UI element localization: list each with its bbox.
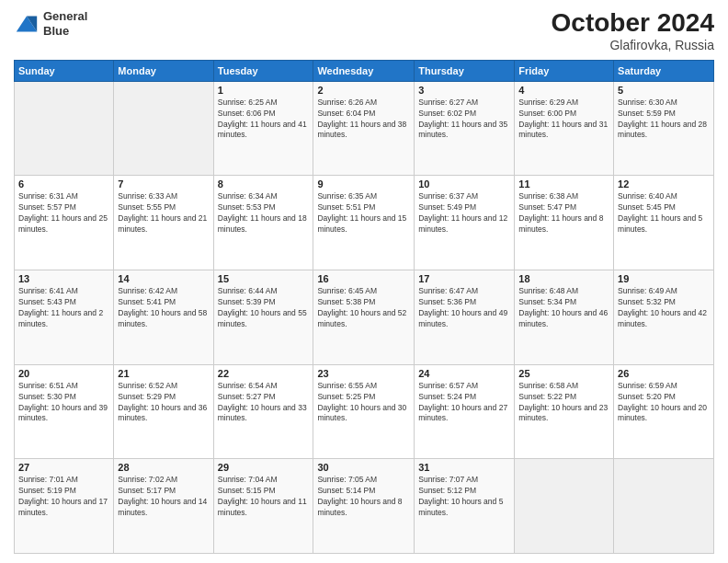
- day-number: 9: [317, 178, 410, 190]
- day-cell: 12Sunrise: 6:40 AMSunset: 5:45 PMDayligh…: [614, 176, 714, 270]
- day-info: Sunrise: 6:30 AMSunset: 5:59 PMDaylight:…: [618, 98, 710, 142]
- day-info: Sunrise: 6:33 AMSunset: 5:55 PMDaylight:…: [118, 191, 209, 236]
- location-title: Glafirovka, Russia: [552, 38, 714, 52]
- day-cell: 30Sunrise: 7:05 AMSunset: 5:14 PMDayligh…: [313, 459, 415, 554]
- day-number: 15: [218, 273, 310, 284]
- day-number: 12: [618, 178, 710, 190]
- day-number: 10: [418, 178, 510, 190]
- day-number: 19: [618, 273, 710, 284]
- day-cell: 26Sunrise: 6:59 AMSunset: 5:20 PMDayligh…: [614, 364, 714, 459]
- logo: General Blue: [14, 9, 87, 38]
- day-cell: 1Sunrise: 6:25 AMSunset: 6:06 PMDaylight…: [213, 81, 313, 176]
- day-cell: 19Sunrise: 6:49 AMSunset: 5:32 PMDayligh…: [614, 270, 714, 365]
- day-number: 5: [618, 85, 710, 96]
- day-info: Sunrise: 6:59 AMSunset: 5:20 PMDaylight:…: [618, 381, 710, 425]
- day-number: 23: [317, 368, 410, 379]
- day-number: 1: [218, 85, 310, 96]
- day-cell: 22Sunrise: 6:54 AMSunset: 5:27 PMDayligh…: [213, 364, 313, 459]
- page: General Blue October 2024 Glafirovka, Ru…: [0, 0, 728, 563]
- day-number: 25: [518, 368, 609, 379]
- day-cell: 27Sunrise: 7:01 AMSunset: 5:19 PMDayligh…: [15, 459, 114, 554]
- day-cell: 29Sunrise: 7:04 AMSunset: 5:15 PMDayligh…: [213, 459, 313, 554]
- day-info: Sunrise: 6:34 AMSunset: 5:53 PMDaylight:…: [218, 191, 310, 236]
- day-cell: 16Sunrise: 6:45 AMSunset: 5:38 PMDayligh…: [313, 270, 415, 365]
- day-cell: 9Sunrise: 6:35 AMSunset: 5:51 PMDaylight…: [313, 176, 415, 270]
- day-number: 28: [118, 462, 209, 473]
- day-number: 21: [118, 368, 209, 379]
- day-number: 17: [418, 273, 510, 284]
- week-row-3: 13Sunrise: 6:41 AMSunset: 5:43 PMDayligh…: [15, 270, 714, 365]
- day-number: 24: [418, 368, 510, 379]
- week-row-4: 20Sunrise: 6:51 AMSunset: 5:30 PMDayligh…: [15, 364, 714, 459]
- day-info: Sunrise: 6:45 AMSunset: 5:38 PMDaylight:…: [317, 286, 410, 330]
- day-info: Sunrise: 6:44 AMSunset: 5:39 PMDaylight:…: [218, 286, 310, 330]
- day-cell: [515, 459, 614, 554]
- day-cell: 18Sunrise: 6:48 AMSunset: 5:34 PMDayligh…: [515, 270, 614, 365]
- day-info: Sunrise: 6:31 AMSunset: 5:57 PMDaylight:…: [18, 191, 109, 236]
- day-number: 2: [317, 85, 410, 96]
- day-info: Sunrise: 6:38 AMSunset: 5:47 PMDaylight:…: [518, 191, 609, 236]
- week-row-2: 6Sunrise: 6:31 AMSunset: 5:57 PMDaylight…: [15, 176, 714, 270]
- day-info: Sunrise: 7:01 AMSunset: 5:19 PMDaylight:…: [18, 475, 109, 519]
- day-info: Sunrise: 6:27 AMSunset: 6:02 PMDaylight:…: [418, 98, 510, 142]
- day-number: 4: [518, 85, 609, 96]
- day-cell: 14Sunrise: 6:42 AMSunset: 5:41 PMDayligh…: [114, 270, 213, 365]
- day-number: 8: [218, 178, 310, 190]
- day-cell: 4Sunrise: 6:29 AMSunset: 6:00 PMDaylight…: [515, 81, 614, 176]
- day-info: Sunrise: 6:41 AMSunset: 5:43 PMDaylight:…: [18, 286, 109, 330]
- day-number: 3: [418, 85, 510, 96]
- day-cell: [114, 81, 213, 176]
- day-number: 13: [18, 273, 109, 284]
- day-info: Sunrise: 6:52 AMSunset: 5:29 PMDaylight:…: [118, 381, 209, 425]
- header: General Blue October 2024 Glafirovka, Ru…: [14, 9, 714, 52]
- day-info: Sunrise: 6:25 AMSunset: 6:06 PMDaylight:…: [218, 98, 310, 142]
- day-info: Sunrise: 6:42 AMSunset: 5:41 PMDaylight:…: [118, 286, 209, 330]
- day-number: 26: [618, 368, 710, 379]
- day-cell: 5Sunrise: 6:30 AMSunset: 5:59 PMDaylight…: [614, 81, 714, 176]
- day-info: Sunrise: 7:07 AMSunset: 5:12 PMDaylight:…: [418, 475, 510, 519]
- day-info: Sunrise: 6:40 AMSunset: 5:45 PMDaylight:…: [618, 191, 710, 236]
- day-cell: 15Sunrise: 6:44 AMSunset: 5:39 PMDayligh…: [213, 270, 313, 365]
- month-title: October 2024: [552, 9, 714, 38]
- day-cell: 28Sunrise: 7:02 AMSunset: 5:17 PMDayligh…: [114, 459, 213, 554]
- day-cell: 13Sunrise: 6:41 AMSunset: 5:43 PMDayligh…: [15, 270, 114, 365]
- day-info: Sunrise: 7:05 AMSunset: 5:14 PMDaylight:…: [317, 475, 410, 519]
- day-cell: 17Sunrise: 6:47 AMSunset: 5:36 PMDayligh…: [415, 270, 515, 365]
- day-number: 30: [317, 462, 410, 473]
- day-number: 18: [518, 273, 609, 284]
- col-thursday: Thursday: [415, 60, 515, 81]
- day-info: Sunrise: 6:58 AMSunset: 5:22 PMDaylight:…: [518, 381, 609, 425]
- day-cell: 7Sunrise: 6:33 AMSunset: 5:55 PMDaylight…: [114, 176, 213, 270]
- day-cell: 23Sunrise: 6:55 AMSunset: 5:25 PMDayligh…: [313, 364, 415, 459]
- day-number: 29: [218, 462, 310, 473]
- day-info: Sunrise: 6:54 AMSunset: 5:27 PMDaylight:…: [218, 381, 310, 425]
- day-cell: 3Sunrise: 6:27 AMSunset: 6:02 PMDaylight…: [415, 81, 515, 176]
- day-cell: 10Sunrise: 6:37 AMSunset: 5:49 PMDayligh…: [415, 176, 515, 270]
- col-monday: Monday: [114, 60, 213, 81]
- day-number: 11: [518, 178, 609, 190]
- day-cell: 24Sunrise: 6:57 AMSunset: 5:24 PMDayligh…: [415, 364, 515, 459]
- day-number: 22: [218, 368, 310, 379]
- day-number: 14: [118, 273, 209, 284]
- logo-text: General Blue: [43, 9, 87, 38]
- col-friday: Friday: [515, 60, 614, 81]
- logo-icon: [14, 11, 40, 37]
- day-number: 27: [18, 462, 109, 473]
- day-info: Sunrise: 6:29 AMSunset: 6:00 PMDaylight:…: [518, 98, 609, 142]
- day-cell: [614, 459, 714, 554]
- day-cell: 6Sunrise: 6:31 AMSunset: 5:57 PMDaylight…: [15, 176, 114, 270]
- col-saturday: Saturday: [614, 60, 714, 81]
- day-number: 31: [418, 462, 510, 473]
- col-tuesday: Tuesday: [213, 60, 313, 81]
- day-cell: [15, 81, 114, 176]
- day-cell: 20Sunrise: 6:51 AMSunset: 5:30 PMDayligh…: [15, 364, 114, 459]
- day-info: Sunrise: 6:35 AMSunset: 5:51 PMDaylight:…: [317, 191, 410, 236]
- day-info: Sunrise: 6:51 AMSunset: 5:30 PMDaylight:…: [18, 381, 109, 425]
- day-number: 7: [118, 178, 209, 190]
- day-info: Sunrise: 6:49 AMSunset: 5:32 PMDaylight:…: [618, 286, 710, 330]
- header-row: Sunday Monday Tuesday Wednesday Thursday…: [15, 60, 714, 81]
- day-cell: 2Sunrise: 6:26 AMSunset: 6:04 PMDaylight…: [313, 81, 415, 176]
- day-cell: 11Sunrise: 6:38 AMSunset: 5:47 PMDayligh…: [515, 176, 614, 270]
- day-info: Sunrise: 6:57 AMSunset: 5:24 PMDaylight:…: [418, 381, 510, 425]
- title-block: October 2024 Glafirovka, Russia: [552, 9, 714, 52]
